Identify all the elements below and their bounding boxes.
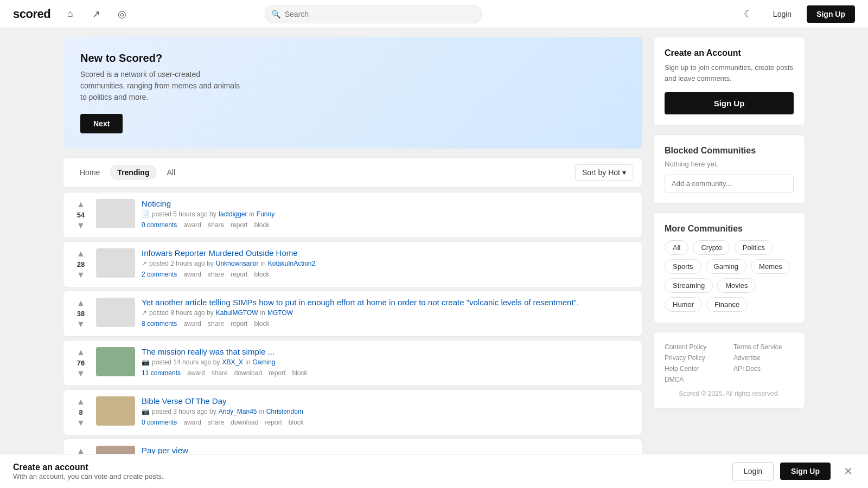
- home-icon[interactable]: ⌂: [61, 5, 79, 23]
- bottom-signup-button[interactable]: Sign Up: [780, 463, 831, 480]
- blocked-communities-card: Blocked Communities Nothing here yet.: [653, 134, 805, 204]
- post-thumbnail: [96, 199, 135, 228]
- community-tag-politics[interactable]: Politics: [735, 240, 773, 255]
- bottom-login-button[interactable]: Login: [732, 462, 774, 480]
- post-action-share[interactable]: share: [212, 369, 228, 377]
- sidebar-signup-button[interactable]: Sign Up: [665, 92, 794, 114]
- footer-link-dmca[interactable]: DMCA: [665, 376, 725, 383]
- bottom-banner-actions: Login Sign Up ✕: [732, 462, 855, 480]
- community-tag-all[interactable]: All: [665, 240, 688, 255]
- search-input[interactable]: [265, 5, 482, 23]
- upvote-button[interactable]: ▲: [75, 248, 86, 259]
- post-comments-count[interactable]: 0 comments: [142, 419, 177, 426]
- bottom-banner-text: Create an account With an account, you c…: [13, 463, 164, 480]
- vote-count: 76: [77, 359, 85, 367]
- post-action-award[interactable]: award: [187, 369, 205, 377]
- site-logo[interactable]: scored: [13, 7, 50, 21]
- downvote-button[interactable]: ▼: [75, 319, 86, 330]
- dark-mode-button[interactable]: ☾: [738, 4, 758, 24]
- downvote-button[interactable]: ▼: [75, 368, 86, 379]
- post-action-share[interactable]: share: [208, 419, 224, 426]
- downvote-button[interactable]: ▼: [75, 220, 86, 231]
- post-card: ▲ 38 ▼ Yet another article telling SIMPs…: [63, 291, 642, 337]
- community-tag-streaming[interactable]: Streaming: [665, 278, 713, 293]
- post-author[interactable]: factdigger: [219, 210, 247, 218]
- post-action-award[interactable]: award: [183, 221, 201, 229]
- post-action-block[interactable]: block: [254, 320, 269, 328]
- post-title[interactable]: Infowars Reporter Murdered Outside Home: [142, 248, 633, 258]
- community-tag-movies[interactable]: Movies: [717, 278, 756, 293]
- community-tag-gaming[interactable]: Gaming: [706, 259, 747, 274]
- post-title[interactable]: Yet another article telling SIMPs how to…: [142, 298, 633, 307]
- community-tag-crypto[interactable]: Crypto: [693, 240, 730, 255]
- post-body: Yet another article telling SIMPs how to…: [142, 298, 633, 328]
- vote-count: 28: [77, 260, 85, 268]
- post-author[interactable]: KabulMGTOW: [216, 309, 258, 317]
- footer-link-advertise[interactable]: Advertise: [733, 354, 794, 362]
- post-action-block[interactable]: block: [292, 369, 307, 377]
- upvote-button[interactable]: ▲: [75, 199, 86, 210]
- vote-count: 38: [77, 310, 85, 318]
- header-login-button[interactable]: Login: [764, 7, 800, 22]
- downvote-button[interactable]: ▼: [75, 269, 86, 280]
- bottom-close-button[interactable]: ✕: [841, 463, 855, 480]
- downvote-button[interactable]: ▼: [75, 418, 86, 428]
- trending-icon[interactable]: ↗: [87, 5, 105, 23]
- post-action-share[interactable]: share: [208, 320, 224, 328]
- post-community[interactable]: Gaming: [252, 358, 275, 366]
- footer-link-help-center[interactable]: Help Center: [665, 365, 725, 373]
- post-action-block[interactable]: block: [254, 221, 269, 229]
- target-icon[interactable]: ◎: [113, 5, 131, 23]
- post-action-block[interactable]: block: [289, 419, 304, 426]
- post-community[interactable]: KotakuInAction2: [268, 260, 315, 267]
- post-comments-count[interactable]: 11 comments: [142, 369, 181, 377]
- post-community[interactable]: Christendom: [266, 408, 303, 415]
- post-thumbnail: [96, 248, 135, 278]
- upvote-button[interactable]: ▲: [75, 298, 86, 309]
- footer-link-content-policy[interactable]: Content Policy: [665, 343, 725, 351]
- tab-trending[interactable]: Trending: [110, 165, 157, 180]
- post-action-report[interactable]: report: [231, 271, 247, 278]
- upvote-button[interactable]: ▲: [75, 347, 86, 358]
- community-tag-humor[interactable]: Humor: [665, 297, 702, 312]
- post-author[interactable]: Andy_Man45: [219, 408, 257, 415]
- post-action-report[interactable]: report: [269, 369, 285, 377]
- post-action-share[interactable]: share: [208, 221, 224, 229]
- post-action-report[interactable]: report: [231, 221, 247, 229]
- post-author[interactable]: Unknownsailor: [216, 260, 259, 267]
- footer-link-privacy-policy[interactable]: Privacy Policy: [665, 354, 725, 362]
- upvote-button[interactable]: ▲: [75, 396, 86, 407]
- post-comments-count[interactable]: 8 comments: [142, 320, 177, 328]
- add-community-input[interactable]: [665, 175, 794, 192]
- community-tag-memes[interactable]: Memes: [751, 259, 790, 274]
- post-action-download[interactable]: download: [234, 369, 262, 377]
- tab-home[interactable]: Home: [72, 165, 107, 180]
- post-community[interactable]: Funny: [257, 210, 275, 218]
- post-action-award[interactable]: award: [183, 419, 201, 426]
- header-signup-button[interactable]: Sign Up: [807, 5, 855, 23]
- sort-label: Sort by Hot: [582, 168, 620, 177]
- post-title[interactable]: Noticing: [142, 199, 633, 208]
- post-title[interactable]: The mission really was that simple ...: [142, 347, 633, 356]
- post-action-download[interactable]: download: [231, 419, 258, 426]
- sort-button[interactable]: Sort by Hot ▾: [575, 164, 633, 181]
- chevron-down-icon: ▾: [622, 168, 626, 177]
- post-title[interactable]: Bible Verse Of The Day: [142, 396, 633, 406]
- post-action-report[interactable]: report: [231, 320, 247, 328]
- footer-link-terms-of-service[interactable]: Terms of Service: [733, 343, 794, 351]
- post-action-award[interactable]: award: [183, 271, 201, 278]
- post-action-report[interactable]: report: [265, 419, 282, 426]
- post-action-share[interactable]: share: [208, 271, 224, 278]
- community-tag-sports[interactable]: Sports: [665, 259, 701, 274]
- community-tag-finance[interactable]: Finance: [706, 297, 748, 312]
- next-button[interactable]: Next: [80, 114, 123, 133]
- post-author[interactable]: XBX_X: [222, 358, 243, 366]
- footer-link-api-docs[interactable]: API Docs: [733, 365, 794, 373]
- post-action-award[interactable]: award: [183, 320, 201, 328]
- tab-all[interactable]: All: [159, 165, 183, 180]
- post-comments-count[interactable]: 0 comments: [142, 221, 177, 229]
- post-posted-text: posted 8 hours ago by: [149, 309, 214, 317]
- post-community[interactable]: MGTOW: [267, 309, 293, 317]
- post-action-block[interactable]: block: [254, 271, 269, 278]
- post-comments-count[interactable]: 2 comments: [142, 271, 177, 278]
